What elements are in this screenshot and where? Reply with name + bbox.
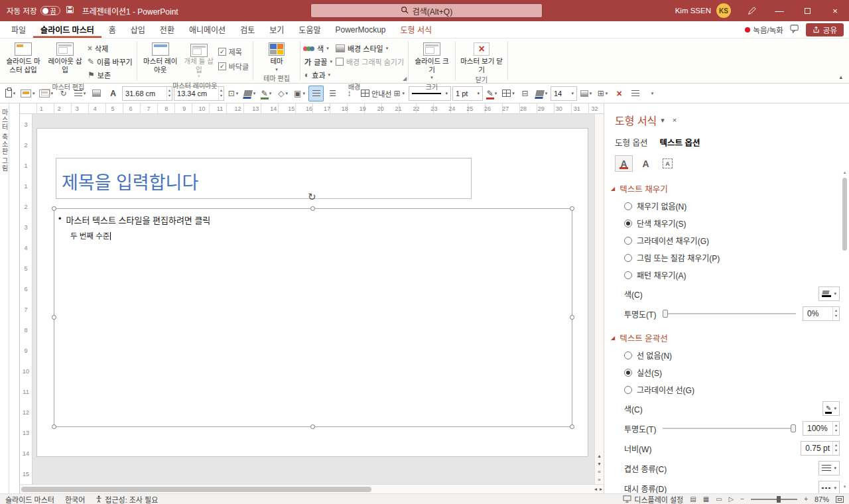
outline-option-2[interactable]: 그라데이션 선(G)	[624, 384, 849, 395]
themes-button[interactable]: 테마 ▾	[257, 41, 296, 72]
shading-button[interactable]: ▾	[578, 86, 594, 101]
section-text-outline[interactable]: ◢ 텍스트 윤곽선	[611, 332, 849, 344]
zoom-out-button[interactable]: −	[740, 495, 744, 503]
fit-to-window-icon[interactable]	[836, 496, 844, 503]
insert-placeholder-button[interactable]: 개체 틀 삽입 ▾	[183, 41, 215, 80]
fill-option-2[interactable]: 그라데이션 채우기(G)	[624, 235, 849, 246]
fill-transparency-slider[interactable]	[663, 306, 796, 321]
maximize-button[interactable]	[793, 0, 821, 21]
next-slide-button[interactable]: »	[598, 477, 600, 483]
shape-outline-button[interactable]: ✎▾	[259, 86, 274, 101]
fill-option-4[interactable]: 패턴 채우기(A)	[624, 269, 849, 281]
zoom-in-button[interactable]: +	[804, 495, 808, 503]
line-weight-dropdown[interactable]: 1 pt▾	[452, 86, 483, 101]
rename-button[interactable]: ✎이름 바꾸기	[88, 56, 133, 68]
close-master-view-button[interactable]: × 마스터 보기 닫기	[460, 41, 503, 74]
handle-bottom-left[interactable]	[52, 424, 56, 429]
previous-slide-button[interactable]: «	[598, 469, 600, 475]
handle-top-left[interactable]	[52, 206, 56, 211]
search-box[interactable]: 검색(Alt+Q)	[310, 3, 543, 18]
ribbon-tab-transitions[interactable]: 전환	[153, 21, 182, 38]
outline-width-stepper[interactable]: ▴▾	[832, 442, 839, 455]
ribbon-tab-powermockup[interactable]: PowerMockup	[328, 21, 393, 38]
theme-fonts-button[interactable]: 가글꼴▾	[304, 56, 332, 68]
outline-transpar-stepper[interactable]: ▴▾	[832, 422, 839, 435]
outline-width-input[interactable]: 0.75 pt ▴▾	[801, 441, 840, 456]
minimize-button[interactable]: —	[765, 0, 793, 21]
section-text-fill[interactable]: ◢ 텍스트 채우기	[611, 182, 849, 195]
zoom-slider[interactable]	[751, 499, 797, 500]
scroll-left-icon[interactable]: ◂	[594, 486, 597, 492]
tab-text-options[interactable]: 텍스트 옵션	[659, 136, 700, 149]
autosave-toggle[interactable]: 끔	[40, 6, 60, 15]
footer-checkbox[interactable]: ✓바닥글	[218, 61, 249, 72]
handle-top-center[interactable]	[310, 206, 315, 211]
insert-layout-button[interactable]: 레이아웃 삽입	[46, 41, 84, 74]
ribbon-tab-home[interactable]: 홈	[101, 21, 123, 38]
handle-bottom-center[interactable]	[310, 424, 315, 429]
merge-cells-button[interactable]: ⊟	[517, 86, 533, 101]
avatar[interactable]: KS	[716, 3, 731, 18]
slide[interactable]: 제목을 입력합니다 • 마스터 텍스트 스타일을 편집하려면 클릭 두 번째 수…	[37, 129, 588, 456]
handle-top-right[interactable]	[570, 206, 574, 211]
scroll-up-icon[interactable]: ▴	[598, 453, 600, 459]
outline-option-1[interactable]: 실선(S)	[624, 367, 849, 378]
pane-menu-icon[interactable]: ▾	[657, 116, 669, 125]
close-button[interactable]: ×	[821, 0, 849, 21]
outline-color-button[interactable]: ✎▾	[822, 401, 840, 416]
ribbon-tab-help[interactable]: 도움말	[291, 21, 328, 38]
body-placeholder[interactable]: • 마스터 텍스트 스타일을 편집하려면 클릭 두 번째 수준	[54, 208, 572, 427]
title-placeholder[interactable]: 제목을 입력합니다	[56, 158, 472, 199]
borders-button[interactable]: ⊞▾	[595, 86, 610, 101]
pane-scroll-down-icon[interactable]: ▾	[844, 484, 846, 489]
slideshow-button[interactable]: ▷	[729, 495, 734, 503]
compound-type-dropdown[interactable]: ▾	[818, 461, 840, 475]
scroll-down-icon[interactable]: ▾	[598, 461, 600, 467]
fill-transparency-input[interactable]: 0% ▴▾	[803, 306, 840, 321]
ribbon-tab-insert[interactable]: 삽입	[123, 21, 153, 38]
pane-scrollbar-thumb[interactable]	[842, 178, 847, 251]
display-settings-button[interactable]: 디스플레이 설정	[623, 494, 683, 504]
text-fill-outline-icon[interactable]: A	[615, 155, 633, 172]
preserve-button[interactable]: ⚑보존	[88, 69, 133, 81]
fill-transpar-stepper[interactable]: ▴▾	[832, 307, 839, 320]
thumbnails-pane[interactable]	[9, 103, 20, 493]
scroll-right-icon[interactable]: ▸	[600, 486, 602, 492]
status-accessibility[interactable]: 접근성: 조사 필요	[96, 494, 158, 504]
record-button[interactable]: 녹음/녹화	[745, 25, 783, 35]
pane-close-icon[interactable]: ×	[669, 116, 681, 124]
slide-sorter-view-button[interactable]: ▦	[703, 495, 709, 503]
fill-bucket-button[interactable]: ▾	[534, 86, 549, 101]
horizontal-scrollbar[interactable]: ◂ ▸	[20, 484, 604, 493]
comments-icon[interactable]	[790, 25, 799, 35]
thumbnails-pane-collapsed[interactable]: 마스터 축소판 그림	[0, 103, 9, 493]
collapse-ribbon-icon[interactable]: ▴	[832, 74, 849, 83]
handle-middle-right[interactable]	[570, 315, 574, 320]
ribbon-tab-slide-master[interactable]: 슬라이드 마스터	[33, 21, 101, 38]
ribbon-tab-view[interactable]: 보기	[262, 21, 291, 38]
fill-option-0[interactable]: 채우기 없음(N)	[624, 200, 849, 212]
pen-color-button[interactable]: ✎▾	[484, 86, 499, 101]
status-language[interactable]: 한국어	[65, 494, 85, 504]
vertical-ruler[interactable]: 321123456789101112131415	[20, 114, 33, 484]
fill-option-1[interactable]: 단색 채우기(S)	[624, 218, 849, 229]
insert-slide-master-button[interactable]: 슬라이드 마스터 삽입	[4, 41, 42, 74]
theme-colors-button[interactable]: 색▾	[304, 42, 332, 54]
toolbar-overflow-button[interactable]: ▾	[645, 86, 660, 101]
handle-middle-left[interactable]	[52, 315, 56, 320]
fill-transparency-knob[interactable]	[663, 310, 668, 318]
pen-mode-icon[interactable]	[738, 0, 765, 21]
zoom-knob[interactable]	[777, 496, 781, 503]
outline-transparency-slider[interactable]	[663, 421, 796, 436]
hide-background-graphics-checkbox[interactable]: 배경 그래픽 숨기기	[336, 56, 404, 68]
font-size-dropdown[interactable]: 14▾	[551, 86, 577, 101]
rotate-handle[interactable]: ↻	[308, 191, 316, 203]
reading-view-button[interactable]: ▭	[716, 495, 722, 503]
fill-option-3[interactable]: 그림 또는 질감 채우기(P)	[624, 252, 849, 263]
pane-scroll-up-icon[interactable]: ▴	[844, 170, 846, 175]
outline-option-0[interactable]: 선 없음(N)	[624, 349, 849, 361]
normal-view-button[interactable]: ▤	[690, 495, 696, 503]
draw-table-button[interactable]: ▾	[501, 86, 516, 101]
ribbon-tab-animations[interactable]: 애니메이션	[182, 21, 233, 38]
save-icon[interactable]	[66, 5, 74, 16]
